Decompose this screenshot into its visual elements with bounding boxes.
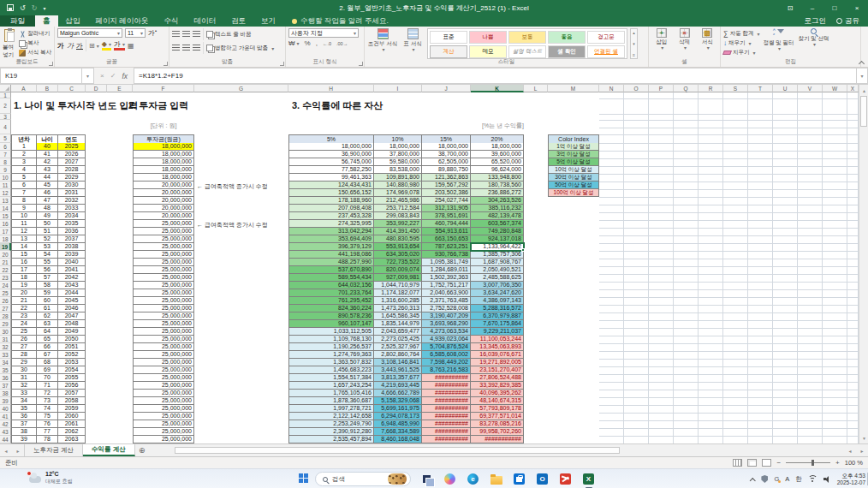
asset-cell-H9[interactable]: 77,582,250 [288,166,374,174]
asset-cell-H22[interactable]: 537,670,890 [288,266,374,274]
font-dialog-launcher-icon[interactable] [163,62,168,66]
asset-cell-K33[interactable]: 16,039,076,671 [471,351,524,359]
align-center-icon[interactable] [182,45,190,51]
age-cell[interactable]: 43 [37,166,58,174]
asset-cell-J20[interactable]: 930,766,738 [422,251,471,259]
asset-cell-I21[interactable]: 722,735,522 [374,259,422,266]
sheet-tab-1[interactable]: 수익률 계산 [83,444,135,456]
investment-cell[interactable]: 25,000,000 [133,336,194,343]
ribbon-tab-5[interactable]: 데이터 [186,15,223,27]
excel-button[interactable]: X [580,471,597,487]
find-select-button[interactable]: 찾기 및 선택 ▾ [798,28,830,59]
asset-cell-J17[interactable]: 554,913,611 [422,228,471,235]
cell-style-6[interactable]: 메모 [469,45,507,58]
year-cell[interactable]: 2045 [58,297,86,305]
grow-font-icon[interactable]: 가▴ [148,28,157,38]
row-header-1[interactable]: 1 [0,92,11,98]
number-dialog-launcher-icon[interactable] [359,62,363,66]
column-header-W[interactable]: W [823,85,847,92]
row-header-36[interactable]: 36 [0,374,11,382]
tab-nav-right-icon[interactable]: ▸ [12,444,24,456]
asset-cell-K14[interactable]: 385,116,232 [471,205,524,212]
age-cell[interactable]: 50 [37,220,58,228]
asset-cell-J29[interactable]: 3,693,968,290 [422,320,471,328]
wifi-icon[interactable] [808,475,817,483]
year-index-cell[interactable]: 34 [11,397,37,405]
column-header-P[interactable]: P [649,85,674,92]
row-header-9[interactable]: 9 [0,166,11,174]
asset-cell-K41[interactable]: 69,377,571,014 [471,413,524,420]
asset-cell-K44[interactable]: ########### [471,436,524,443]
asset-cell-J27[interactable]: 2,752,528,008 [422,305,471,312]
asset-cell-K31[interactable]: 11,100,053,244 [471,336,524,343]
investment-cell[interactable]: 25,000,000 [133,359,194,366]
asset-cell-H16[interactable]: 274,325,995 [288,220,374,228]
asset-cell-I20[interactable]: 634,305,020 [374,251,422,259]
asset-cell-J41[interactable]: ########## [422,413,471,420]
age-cell[interactable]: 63 [37,320,58,328]
investment-cell[interactable]: 25,000,000 [133,282,194,289]
column-header-L[interactable]: L [524,85,548,92]
row-header-15[interactable]: 15 [0,212,11,220]
year-cell[interactable]: 2055 [58,374,86,382]
select-all-corner[interactable] [0,85,11,92]
asset-cell-J22[interactable]: 1,284,689,011 [422,266,471,274]
year-index-cell[interactable]: 19 [11,282,37,289]
align-middle-icon[interactable] [182,31,190,38]
bold-button[interactable]: 가 [57,41,64,51]
investment-cell[interactable]: 25,000,000 [133,243,194,251]
row-header-12[interactable]: 12 [0,189,11,197]
year-cell[interactable]: 2027 [58,158,86,166]
asset-cell-H14[interactable]: 207,098,408 [288,205,374,212]
format-painter-button[interactable]: 서식 복사 [19,49,51,57]
cell-style-9[interactable]: 연결된 셀 [587,45,625,58]
investment-cell[interactable]: 25,000,000 [133,328,194,336]
asset-cell-J13[interactable]: 254,027,744 [422,197,471,205]
comma-format-icon[interactable]: , [316,39,318,47]
zoom-level[interactable]: 100 % [845,459,863,467]
undo-icon[interactable]: ↺ [20,4,26,12]
asset-cell-J39[interactable]: ########## [422,397,471,405]
login-button[interactable]: 로그인 [805,16,827,27]
row-header-5[interactable]: 5 [0,134,11,143]
row-header-20[interactable]: 20 [0,251,11,259]
minimize-button[interactable]: – [801,0,823,15]
year-index-cell[interactable]: 32 [11,382,37,390]
year-cell[interactable]: 2039 [58,251,86,259]
asset-cell-J14[interactable]: 312,131,905 [422,205,471,212]
asset-cell-H25[interactable]: 701,233,764 [288,289,374,297]
year-index-cell[interactable]: 11 [11,220,37,228]
year-cell[interactable]: 2029 [58,174,86,182]
age-cell[interactable]: 76 [37,420,58,428]
asset-cell-H33[interactable]: 1,274,769,363 [288,351,374,359]
asset-cell-H29[interactable]: 960,107,147 [288,320,374,328]
asset-cell-K20[interactable]: 1,385,757,306 [471,251,524,259]
age-cell[interactable]: 74 [37,405,58,413]
year-cell[interactable]: 2056 [58,382,86,390]
paste-button[interactable]: 붙여넣기 [3,28,16,59]
asset-cell-H38[interactable]: 1,765,105,416 [288,390,374,397]
gallery-scroll[interactable]: ▴▾≡ [630,28,638,59]
asset-cell-J21[interactable]: 1,095,381,749 [422,259,471,266]
age-cell[interactable]: 48 [37,205,58,212]
phonetic-icon[interactable]: ▦ [128,42,134,50]
year-cell[interactable]: 2061 [58,420,86,428]
age-cell[interactable]: 40 [37,143,58,151]
investment-cell[interactable]: 25,000,000 [133,297,194,305]
year-index-cell[interactable]: 22 [11,305,37,312]
year-index-cell[interactable]: 37 [11,420,37,428]
asset-cell-K16[interactable]: 603,567,374 [471,220,524,228]
asset-cell-I16[interactable]: 353,992,227 [374,220,422,228]
year-index-cell[interactable]: 12 [11,228,37,235]
asset-cell-J18[interactable]: 663,150,653 [422,235,471,243]
asset-cell-I30[interactable]: 2,043,659,477 [374,328,422,336]
asset-cell-J42[interactable]: ########## [422,420,471,428]
cell-style-0[interactable]: 표준 [430,31,467,44]
currency-format-icon[interactable]: ₩▾ [288,39,300,47]
align-left-icon[interactable] [172,45,180,51]
age-cell[interactable]: 44 [37,174,58,182]
year-index-cell[interactable]: 18 [11,274,37,282]
investment-cell[interactable]: 25,000,000 [133,397,194,405]
age-cell[interactable]: 73 [37,397,58,405]
ribbon-tab-4[interactable]: 수식 [156,15,186,27]
